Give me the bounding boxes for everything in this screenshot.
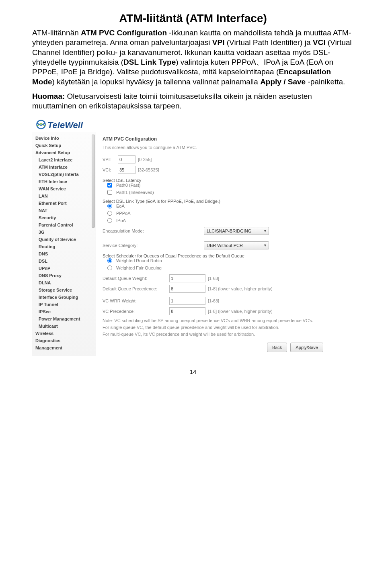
sidebar-item[interactable]: 3G	[32, 229, 96, 236]
vc-precedence-hint: [1-8] (lower value, higher priority)	[208, 309, 273, 314]
link-type-label: IPoA	[116, 218, 126, 223]
latency-checkbox[interactable]	[107, 183, 112, 188]
vc-wrr-weight-hint: [1-63]	[208, 298, 219, 303]
svg-point-0	[37, 120, 45, 129]
content-description: This screen allows you to configure a AT…	[103, 145, 347, 150]
sidebar-item[interactable]: Advanced Setup	[32, 149, 96, 156]
sidebar-item[interactable]: Parental Control	[32, 221, 96, 229]
vpi-hint: [0-255]	[138, 157, 152, 162]
scheduler-option-label: Weighted Round Robin	[116, 258, 162, 263]
content-title: ATM PVC Configuration	[103, 136, 347, 142]
paragraph-2: Huomaa: Oletusarvoisesti laite toimii to…	[32, 92, 354, 111]
vpi-input[interactable]	[118, 155, 136, 163]
scheduling-note-3: For multi-queue VC, its VC precedence an…	[103, 331, 347, 337]
default-queue-precedence-input[interactable]	[169, 285, 205, 293]
default-queue-weight-input[interactable]	[169, 274, 205, 282]
sidebar-item[interactable]: Power Management	[32, 315, 96, 323]
link-type-radio[interactable]	[107, 211, 112, 216]
default-queue-precedence-label: Default Queue Precedence:	[103, 286, 167, 291]
sidebar-item[interactable]: Storage Service	[32, 286, 96, 294]
service-category-label: Service Category:	[103, 243, 167, 248]
sidebar-item[interactable]: DNS	[32, 250, 96, 257]
scheduler-radio[interactable]	[107, 258, 112, 263]
vci-hint: [32-65535]	[138, 167, 159, 172]
vc-wrr-weight-label: VC WRR Weight:	[103, 298, 167, 303]
vc-wrr-weight-input[interactable]	[169, 297, 205, 305]
content-area: ATM PVC Configuration This screen allows…	[96, 132, 354, 356]
sidebar-item[interactable]: Security	[32, 214, 96, 221]
sidebar-item[interactable]: ATM Interface	[32, 163, 96, 171]
sidebar-item[interactable]: NAT	[32, 207, 96, 214]
sidebar-item[interactable]: Device Info	[32, 135, 96, 142]
vc-precedence-input[interactable]	[169, 307, 205, 315]
link-type-radio[interactable]	[107, 204, 112, 208]
scheduler-option-label: Weighted Fair Queuing	[116, 265, 162, 270]
sidebar-item[interactable]: Quick Setup	[32, 142, 96, 149]
sidebar-item[interactable]: ETH Interface	[32, 178, 96, 185]
service-category-select[interactable]: UBR Without PCR ▼	[204, 241, 269, 249]
sidebar-item[interactable]: Management	[32, 344, 96, 351]
brand-name: TeleWell	[47, 120, 83, 131]
encapsulation-select[interactable]: LLC/SNAP-BRIDGING ▼	[204, 227, 269, 235]
sidebar-item[interactable]: DLNA	[32, 279, 96, 286]
link-type-radio[interactable]	[107, 218, 112, 223]
sidebar-item[interactable]: Quality of Service	[32, 236, 96, 243]
link-type-label: PPPoA	[116, 211, 130, 216]
sidebar-item[interactable]: Ethernet Port	[32, 200, 96, 207]
scheduling-note-2: For single queue VC, the default queue p…	[103, 325, 347, 331]
default-queue-weight-label: Default Queue Weight:	[103, 276, 167, 281]
latency-option-label: Path0 (Fast)	[116, 183, 141, 188]
vci-label: VCI:	[103, 167, 115, 172]
router-admin-screenshot: TeleWell Device InfoQuick SetupAdvanced …	[32, 117, 354, 356]
latency-checkbox[interactable]	[107, 190, 112, 195]
dsl-link-type-label: Select DSL Link Type (EoA is for PPPoE, …	[103, 199, 347, 204]
sidebar-item[interactable]: Multicast	[32, 323, 96, 330]
default-queue-weight-hint: [1-63]	[208, 276, 219, 281]
chevron-down-icon: ▼	[263, 243, 267, 247]
sidebar-item[interactable]: Routing	[32, 243, 96, 250]
vc-precedence-label: VC Precedence:	[103, 309, 167, 314]
latency-option-label: Path1 (Interleaved)	[116, 190, 154, 195]
paragraph-1: ATM-liitännän ATM PVC Configuration -ikk…	[32, 28, 354, 87]
back-button[interactable]: Back	[267, 343, 287, 352]
sidebar-item[interactable]: IPSec	[32, 308, 96, 315]
globe-icon	[35, 119, 47, 132]
dsl-latency-label: Select DSL Latency	[103, 178, 347, 183]
scheduling-note-1: Note: VC scheduling will be SP among une…	[103, 318, 347, 324]
scheduler-label: Select Scheduler for Queues of Equal Pre…	[103, 253, 347, 258]
sidebar-item[interactable]: UPnP	[32, 265, 96, 272]
sidebar-item[interactable]: LAN	[32, 192, 96, 200]
vci-input[interactable]	[118, 166, 136, 174]
app-header: TeleWell	[32, 117, 354, 132]
sidebar-item[interactable]: IP Tunnel	[32, 301, 96, 308]
sidebar-item[interactable]: WAN Service	[32, 185, 96, 192]
scheduler-radio[interactable]	[107, 265, 112, 270]
sidebar-item[interactable]: Layer2 Interface	[32, 156, 96, 163]
apply-save-button[interactable]: Apply/Save	[290, 343, 323, 352]
sidebar-item[interactable]: Wireless	[32, 330, 96, 337]
vpi-label: VPI:	[103, 157, 115, 162]
chevron-down-icon: ▼	[263, 229, 267, 233]
sidebar-item[interactable]: DNS Proxy	[32, 272, 96, 279]
link-type-label: EoA	[116, 204, 125, 208]
page-title: ATM-liitäntä (ATM Interface)	[32, 12, 354, 25]
service-category-value: UBR Without PCR	[207, 243, 243, 248]
brand-logo: TeleWell	[35, 119, 351, 132]
sidebar-item[interactable]: DSL	[32, 257, 96, 265]
sidebar-item[interactable]: Diagnostics	[32, 337, 96, 344]
default-queue-precedence-hint: [1-8] (lower value, higher priority)	[208, 286, 273, 291]
page-number: 14	[32, 368, 354, 375]
sidebar: Device InfoQuick SetupAdvanced SetupLaye…	[32, 132, 96, 356]
encapsulation-value: LLC/SNAP-BRIDGING	[207, 229, 251, 233]
encapsulation-label: Encapsulation Mode:	[103, 229, 167, 233]
sidebar-item[interactable]: Interface Grouping	[32, 294, 96, 301]
sidebar-item[interactable]: VDSL2(ptm) Interfa	[32, 171, 96, 178]
